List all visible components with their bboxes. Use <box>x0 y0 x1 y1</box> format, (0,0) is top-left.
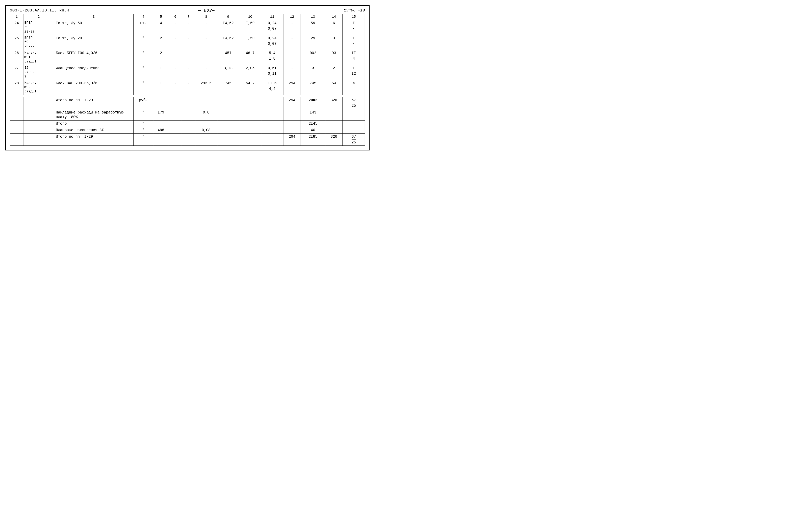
table-cell: То же, Ду 50 <box>54 20 134 35</box>
table-cell <box>217 97 239 109</box>
table-cell: - <box>283 65 301 80</box>
table-cell <box>283 127 301 134</box>
doc-ref: 903-I-203.Ал.I3.II, кн.4 <box>10 8 69 13</box>
table-cell: 40 <box>301 127 325 134</box>
table-cell: II,64,4 <box>261 80 283 95</box>
table-cell: 0,240,07 <box>261 35 283 50</box>
table-cell: Кальк. № 2 разд.I <box>23 80 54 95</box>
table-cell: 2I45 <box>301 120 325 127</box>
col-header-15: 15 <box>343 14 365 20</box>
summary-row: Итого по пп. I-29руб.29420023266725 <box>10 97 365 109</box>
center-num: — 603— <box>198 8 215 13</box>
table-cell <box>261 109 283 120</box>
header-row: 1 2 3 4 5 6 7 8 9 10 11 12 13 14 15 <box>10 14 365 20</box>
page-container: 903-I-203.Ал.I3.II, кн.4 — 603— 19466 -1… <box>5 5 369 150</box>
table-cell <box>182 109 195 120</box>
table-cell <box>10 97 23 109</box>
table-cell <box>261 120 283 127</box>
table-cell <box>239 127 261 134</box>
table-cell: " <box>134 50 153 65</box>
table-cell: I <box>153 80 169 95</box>
table-cell: 0,240,07 <box>261 20 283 35</box>
col-header-14: 14 <box>325 14 343 20</box>
table-cell: 59 <box>301 20 325 35</box>
table-cell: - <box>283 35 301 50</box>
table-cell: - <box>182 80 195 95</box>
table-cell: Кальк. № I разд.I <box>23 50 54 65</box>
top-bar: 903-I-203.Ал.I3.II, кн.4 — 603— 19466 -1… <box>10 8 365 13</box>
table-cell <box>283 120 301 127</box>
table-cell: I4,62 <box>217 35 239 50</box>
table-cell: 29 <box>301 35 325 50</box>
table-cell <box>182 120 195 127</box>
table-cell <box>343 127 365 134</box>
table-cell: - <box>169 65 182 80</box>
table-cell: Итого по пп. I-29 <box>54 97 134 109</box>
table-cell: 2 <box>153 50 169 65</box>
table-cell <box>283 109 301 120</box>
col-header-5: 5 <box>153 14 169 20</box>
table-cell: 0,6I0,II <box>261 65 283 80</box>
table-cell: 326 <box>325 97 343 109</box>
table-cell <box>261 134 283 146</box>
table-cell <box>169 120 182 127</box>
table-cell: I79 <box>153 109 169 120</box>
table-cell: I- <box>343 20 365 35</box>
table-cell <box>153 134 169 146</box>
table-cell: Итого <box>54 120 134 127</box>
table-cell: Блок БГРУ-I00-4,0/6 <box>54 50 134 65</box>
table-cell: " <box>134 65 153 80</box>
table-cell: - <box>283 50 301 65</box>
table-cell: 2002 <box>301 97 325 109</box>
table-cell: 294 <box>283 134 301 146</box>
table-cell <box>10 109 23 120</box>
table-cell: Блок ВАГ 200-36,0/6 <box>54 80 134 95</box>
table-cell <box>182 127 195 134</box>
table-cell: Итого по пп. I-29 <box>54 134 134 146</box>
col-header-1: 1 <box>10 14 23 20</box>
table-cell <box>325 109 343 120</box>
table-cell <box>217 127 239 134</box>
table-cell: 326 <box>325 134 343 146</box>
table-cell: 6 <box>325 20 343 35</box>
table-row: 26Кальк. № I разд.IБлок БГРУ-I00-4,0/6"2… <box>10 50 365 65</box>
table-cell <box>23 120 54 127</box>
table-cell <box>23 127 54 134</box>
table-cell: " <box>134 120 153 127</box>
col-header-6: 6 <box>169 14 182 20</box>
table-cell: ЕРЕР- 69 23-27 <box>23 20 54 35</box>
table-cell: 93 <box>325 50 343 65</box>
table-cell: 3 <box>301 65 325 80</box>
table-cell: 6725 <box>343 97 365 109</box>
table-cell: - <box>169 80 182 95</box>
spacer-row <box>10 95 365 97</box>
table-cell <box>182 97 195 109</box>
table-cell <box>195 134 217 146</box>
table-row: 28Кальк. № 2 разд.IБлок ВАГ 200-36,0/6"I… <box>10 80 365 95</box>
table-cell: 27 <box>10 65 23 80</box>
col-header-11: 11 <box>261 14 283 20</box>
table-cell: - <box>283 20 301 35</box>
table-cell <box>195 120 217 127</box>
table-cell: I <box>153 65 169 80</box>
table-cell: - <box>169 35 182 50</box>
table-cell: 0,08 <box>195 127 217 134</box>
col-header-13: 13 <box>301 14 325 20</box>
table-cell <box>239 109 261 120</box>
table-cell: I43 <box>301 109 325 120</box>
table-cell: 745 <box>217 80 239 95</box>
table-cell <box>169 97 182 109</box>
table-cell: 46,7 <box>239 50 261 65</box>
col-header-12: 12 <box>283 14 301 20</box>
table-cell: 5,4I,8 <box>261 50 283 65</box>
table-cell <box>325 127 343 134</box>
table-row: 24ЕРЕР- 69 23-27То же, Ду 50шт.4---I4,62… <box>10 20 365 35</box>
table-cell: 498 <box>153 127 169 134</box>
table-cell: 2 <box>153 35 169 50</box>
table-cell: 26 <box>10 50 23 65</box>
col-header-3: 3 <box>54 14 134 20</box>
table-cell <box>153 97 169 109</box>
table-cell: I,50 <box>239 20 261 35</box>
col-header-10: 10 <box>239 14 261 20</box>
col-header-7: 7 <box>182 14 195 20</box>
